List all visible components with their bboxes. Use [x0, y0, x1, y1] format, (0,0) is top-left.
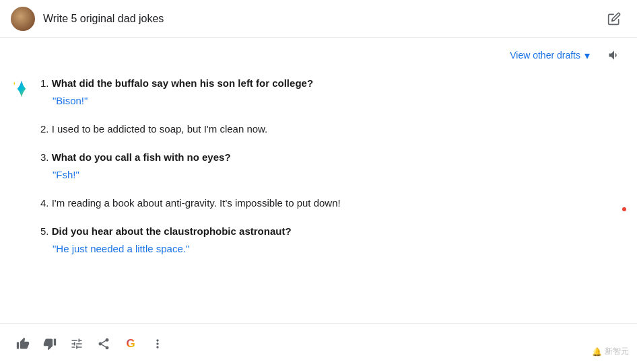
joke-item-2: 2. I used to be addicted to soap, but I'… — [40, 121, 626, 137]
joke-5-number: 5. — [40, 225, 52, 237]
joke-1-question: What did the buffalo say when his son le… — [52, 77, 313, 89]
bottom-actions-bar: G — [0, 323, 637, 364]
watermark-icon: 🔔 — [592, 347, 602, 357]
joke-item-5: 5. Did you hear about the claustrophobic… — [40, 223, 626, 257]
more-button[interactable] — [145, 332, 170, 356]
jokes-list: 1. What did the buffalo say when his son… — [40, 75, 626, 257]
sound-button[interactable] — [602, 43, 626, 67]
joke-4-text: I'm reading a book about anti-gravity. I… — [52, 197, 341, 209]
joke-3-answer: "Fsh!" — [53, 167, 626, 183]
joke-2-text: I used to be addicted to soap, but I'm c… — [52, 123, 268, 135]
watermark: 🔔 新智元 — [592, 346, 629, 357]
google-button[interactable]: G — [119, 332, 143, 356]
thumbs-down-button[interactable] — [38, 332, 62, 356]
joke-2-number: 2. — [40, 123, 52, 135]
joke-3-question: What do you call a fish with no eyes? — [52, 151, 231, 163]
response-row: 1. What did the buffalo say when his son… — [0, 75, 637, 268]
share-button[interactable] — [92, 332, 116, 356]
red-dot-indicator — [622, 207, 626, 211]
app-header: Write 5 original dad jokes — [0, 0, 637, 38]
joke-item-4: 4. I'm reading a book about anti-gravity… — [40, 195, 626, 211]
gemini-star-icon — [11, 78, 32, 102]
joke-item-1: 1. What did the buffalo say when his son… — [40, 75, 626, 109]
header-title: Write 5 original dad jokes — [43, 13, 602, 25]
joke-3-number: 3. — [40, 151, 52, 163]
content-area: 1. What did the buffalo say when his son… — [0, 73, 637, 323]
chevron-down-icon: ▾ — [584, 49, 590, 62]
joke-item-3: 3. What do you call a fish with no eyes?… — [40, 149, 626, 183]
joke-4-number: 4. — [40, 197, 52, 209]
thumbs-up-button[interactable] — [11, 332, 35, 356]
google-g-icon: G — [126, 337, 135, 351]
view-drafts-button[interactable]: View other drafts ▾ — [503, 45, 597, 66]
watermark-text: 新智元 — [605, 346, 629, 357]
tune-button[interactable] — [65, 332, 89, 356]
edit-button[interactable] — [602, 7, 626, 31]
avatar — [11, 7, 35, 31]
joke-5-answer: "He just needed a little space." — [53, 241, 626, 257]
view-drafts-label: View other drafts — [510, 50, 580, 61]
joke-5-question: Did you hear about the claustrophobic as… — [52, 225, 292, 237]
toolbar-row: View other drafts ▾ — [0, 38, 637, 73]
joke-1-answer: "Bison!" — [53, 93, 626, 109]
joke-1-number: 1. — [40, 77, 52, 89]
